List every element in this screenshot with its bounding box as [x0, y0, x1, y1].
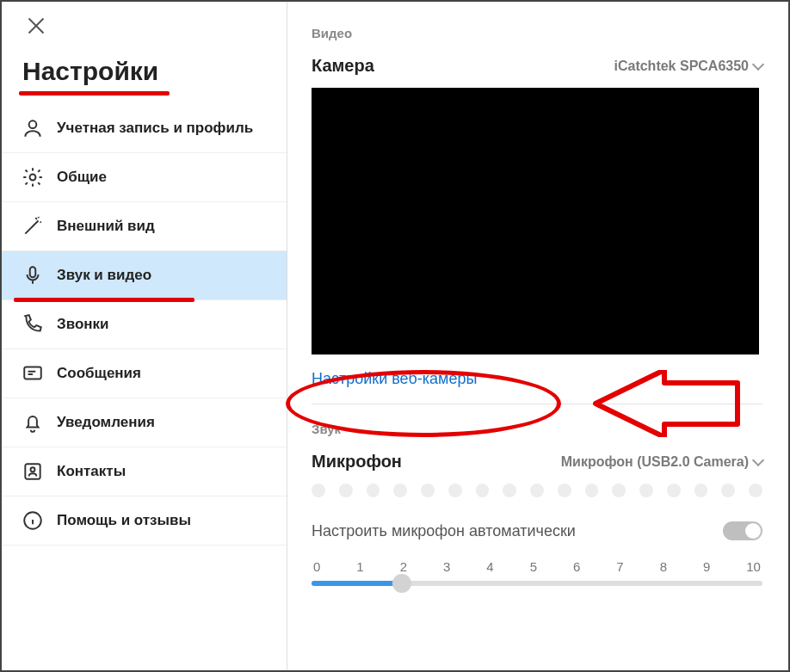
chevron-down-icon: [752, 453, 764, 465]
sidebar-item-calls[interactable]: Звонки: [2, 300, 287, 349]
main-panel: Видео Камера iCatchtek SPCA6350 Настройк…: [287, 2, 788, 670]
phone-icon: [21, 312, 45, 336]
microphone-label: Микрофон: [312, 452, 402, 472]
svg-point-5: [31, 467, 35, 472]
sidebar-item-general[interactable]: Общие: [2, 153, 287, 202]
slider-track[interactable]: [312, 581, 762, 586]
chevron-down-icon: [752, 58, 764, 70]
person-icon: [21, 116, 45, 140]
close-icon[interactable]: [28, 17, 45, 34]
nav: Учетная запись и профиль Общие Внеш: [2, 104, 287, 546]
bell-icon: [21, 410, 45, 435]
sidebar-item-label: Помощь и отзывы: [57, 512, 191, 529]
sidebar-item-audio-video[interactable]: Звук и видео: [2, 251, 287, 300]
video-section-label: Видео: [312, 26, 762, 40]
contacts-icon: [21, 459, 45, 484]
info-icon: [21, 509, 45, 533]
svg-rect-3: [24, 367, 41, 379]
sidebar: Настройки Учетная запись и профиль: [2, 2, 287, 670]
sidebar-item-label: Сообщения: [57, 365, 141, 382]
auto-mic-toggle[interactable]: [723, 521, 762, 540]
settings-title: Настройки: [22, 57, 287, 86]
svg-rect-2: [30, 267, 36, 277]
sidebar-item-label: Звук и видео: [57, 267, 151, 284]
microphone-device-value: Микрофон (USB2.0 Camera): [561, 454, 749, 470]
slider-fill: [312, 581, 402, 586]
sidebar-item-notifications[interactable]: Уведомления: [2, 398, 287, 447]
slider-ticks: 012345678910: [312, 559, 762, 574]
slider-thumb[interactable]: [392, 574, 411, 593]
audio-section-label: Звук: [312, 422, 762, 436]
wand-icon: [21, 214, 45, 238]
microphone-icon: [21, 263, 45, 287]
microphone-device-select[interactable]: Микрофон (USB2.0 Camera): [561, 454, 762, 470]
sidebar-item-help[interactable]: Помощь и отзывы: [2, 496, 287, 546]
camera-label: Камера: [312, 56, 374, 76]
chat-icon: [21, 361, 45, 385]
sidebar-item-label: Звонки: [57, 316, 109, 333]
sidebar-item-messages[interactable]: Сообщения: [2, 349, 287, 398]
webcam-settings-link[interactable]: Настройки веб-камеры: [312, 370, 762, 388]
sidebar-item-account[interactable]: Учетная запись и профиль: [2, 104, 287, 153]
sidebar-item-label: Общие: [57, 169, 107, 186]
auto-mic-label: Настроить микрофон автоматически: [312, 522, 576, 540]
sidebar-item-label: Уведомления: [57, 414, 155, 431]
sidebar-item-label: Контакты: [57, 463, 126, 480]
camera-device-select[interactable]: iCatchtek SPCA6350: [614, 59, 762, 74]
camera-preview: [312, 88, 759, 354]
sidebar-item-label: Внешний вид: [57, 218, 155, 235]
sidebar-item-label: Учетная запись и профиль: [57, 120, 253, 137]
svg-point-0: [29, 120, 37, 128]
mic-volume-slider[interactable]: 012345678910: [312, 559, 762, 586]
annotation-underline-title: [19, 91, 170, 96]
sidebar-item-contacts[interactable]: Контакты: [2, 447, 287, 496]
gear-icon: [21, 165, 45, 189]
sidebar-item-appearance[interactable]: Внешний вид: [2, 202, 287, 251]
mic-level-meter: [312, 484, 762, 497]
camera-device-value: iCatchtek SPCA6350: [614, 59, 749, 74]
svg-point-1: [30, 175, 36, 181]
divider: [312, 404, 762, 404]
